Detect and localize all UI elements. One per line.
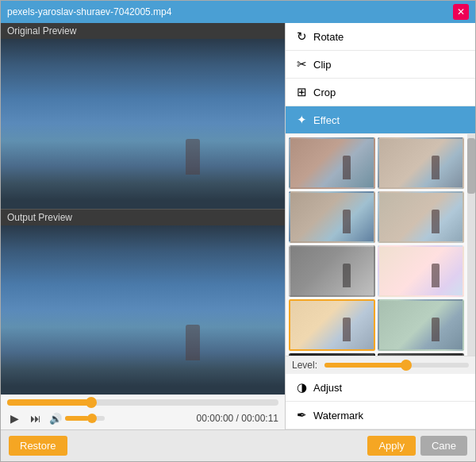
menu-label-adjust: Adjust bbox=[313, 382, 342, 394]
cancel-button[interactable]: Cane bbox=[420, 436, 467, 456]
volume-thumb bbox=[87, 414, 97, 423]
thumbnail-4[interactable] bbox=[378, 191, 464, 243]
adjust-icon: ◑ bbox=[297, 380, 307, 395]
menu-label-crop: Crop bbox=[313, 87, 336, 98]
titlebar: pexels-yaroslav-shuraev-7042005.mp4 ✕ bbox=[1, 1, 475, 23]
right-panel: ↻ Rotate ✂ Clip ⊞ Crop ✦ Effect bbox=[285, 23, 475, 429]
thumb-figure-7 bbox=[343, 318, 351, 341]
controls-row: ▶ ⏭ 🔊 00:00:00 / 00:00:11 bbox=[7, 410, 278, 426]
menu-label-clip: Clip bbox=[313, 59, 331, 71]
thumbnails-scrollbar-thumb bbox=[467, 138, 475, 194]
play-button[interactable]: ▶ bbox=[7, 410, 22, 426]
menu-items: ↻ Rotate ✂ Clip ⊞ Crop ✦ Effect bbox=[286, 23, 475, 134]
left-panel: Original Preview Output Preview bbox=[1, 23, 285, 429]
menu-item-crop[interactable]: ⊞ Crop bbox=[286, 79, 475, 106]
step-button[interactable]: ⏭ bbox=[27, 410, 44, 426]
thumbnail-3[interactable] bbox=[289, 191, 375, 243]
thumbnail-6[interactable] bbox=[378, 245, 464, 297]
level-row: Level: bbox=[286, 356, 475, 374]
thumb-figure-1 bbox=[343, 156, 351, 179]
volume-fill bbox=[65, 416, 89, 421]
original-video-preview bbox=[1, 39, 285, 209]
original-label: Original Preview bbox=[1, 23, 285, 39]
bottom-bar: Restore Apply Cane bbox=[1, 429, 475, 461]
watermark-icon: ✒ bbox=[297, 408, 307, 422]
rotate-icon: ↻ bbox=[297, 29, 307, 44]
menu-item-clip[interactable]: ✂ Clip bbox=[286, 51, 475, 79]
level-fill bbox=[324, 363, 404, 368]
thumbnail-2[interactable] bbox=[378, 137, 464, 189]
original-preview-section: Original Preview bbox=[1, 23, 285, 209]
menu-item-adjust[interactable]: ◑ Adjust bbox=[286, 374, 475, 402]
volume-area: 🔊 bbox=[49, 413, 105, 425]
menu-label-effect: Effect bbox=[313, 114, 340, 126]
menu-item-watermark[interactable]: ✒ Watermark bbox=[286, 402, 475, 429]
level-label: Level: bbox=[292, 360, 320, 371]
thumbnail-7[interactable] bbox=[289, 299, 375, 351]
thumbnail-1[interactable] bbox=[289, 137, 375, 189]
menu-item-effect[interactable]: ✦ Effect bbox=[286, 106, 475, 134]
thumb-figure-5 bbox=[343, 264, 351, 287]
thumb-figure-3 bbox=[343, 210, 351, 233]
output-video-preview bbox=[1, 225, 285, 395]
thumbnail-8[interactable] bbox=[378, 299, 464, 351]
crop-icon: ⊞ bbox=[297, 85, 307, 99]
clip-icon: ✂ bbox=[297, 57, 307, 71]
effect-section: Level: ◑ Adjust ✒ Watermark bbox=[286, 134, 475, 429]
window-title: pexels-yaroslav-shuraev-7042005.mp4 bbox=[7, 6, 453, 17]
level-thumb bbox=[401, 360, 412, 371]
main-window: pexels-yaroslav-shuraev-7042005.mp4 ✕ Or… bbox=[0, 0, 476, 462]
close-icon: ✕ bbox=[457, 6, 465, 17]
progress-bar-container[interactable] bbox=[7, 399, 278, 406]
thumbnails-grid bbox=[286, 134, 467, 356]
progress-thumb bbox=[86, 397, 97, 408]
thumbnails-wrapper bbox=[286, 134, 475, 356]
close-button[interactable]: ✕ bbox=[453, 4, 469, 20]
restore-button[interactable]: Restore bbox=[9, 436, 67, 456]
output-preview-section: Output Preview bbox=[1, 210, 285, 395]
thumbnail-10[interactable] bbox=[378, 353, 464, 356]
controls-area: ▶ ⏭ 🔊 00:00:00 / 00:00:11 bbox=[1, 395, 285, 429]
thumbnails-scrollbar[interactable] bbox=[467, 134, 475, 356]
main-content: Original Preview Output Preview bbox=[1, 23, 475, 429]
thumb-figure-8 bbox=[432, 318, 440, 341]
menu-item-rotate[interactable]: ↻ Rotate bbox=[286, 23, 475, 51]
menu-label-rotate: Rotate bbox=[313, 31, 344, 43]
progress-bar-fill bbox=[7, 399, 89, 406]
volume-slider[interactable] bbox=[65, 416, 105, 421]
volume-icon: 🔊 bbox=[49, 413, 62, 425]
thumbnail-5[interactable] bbox=[289, 245, 375, 297]
figure-silhouette-top bbox=[186, 139, 200, 175]
level-slider[interactable] bbox=[324, 363, 469, 368]
thumb-figure-4 bbox=[432, 210, 440, 233]
menu-label-watermark: Watermark bbox=[313, 410, 363, 422]
apply-button[interactable]: Apply bbox=[367, 436, 416, 456]
thumb-figure-2 bbox=[432, 156, 440, 179]
time-display: 00:00:00 / 00:00:11 bbox=[197, 413, 278, 424]
output-label: Output Preview bbox=[1, 210, 285, 225]
thumb-figure-6 bbox=[432, 264, 440, 287]
figure-silhouette-bottom bbox=[186, 325, 200, 360]
effect-icon: ✦ bbox=[297, 113, 307, 127]
thumbnail-9[interactable] bbox=[289, 353, 375, 356]
